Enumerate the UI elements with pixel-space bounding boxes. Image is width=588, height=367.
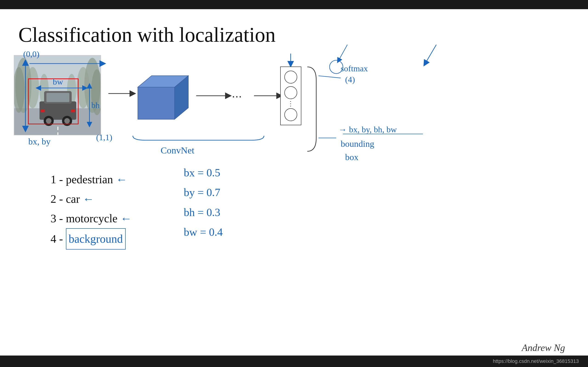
output-node-dots: ⋮ <box>287 100 294 107</box>
convnet-cube <box>129 69 193 129</box>
class-item-2: 2 - car ← <box>51 189 132 209</box>
url-text: https://blog.csdn.net/weixin_36815313 <box>493 358 579 364</box>
output-nodes: ⋮ <box>280 67 301 125</box>
svg-text:softmax: softmax <box>341 64 368 73</box>
bottom-bar: https://blog.csdn.net/weixin_36815313 <box>0 356 588 367</box>
output-node-2 <box>284 86 297 99</box>
svg-text:ConvNet: ConvNet <box>161 145 194 156</box>
svg-point-17 <box>46 118 52 124</box>
eq-bw: bw = 0.4 <box>184 222 223 242</box>
svg-line-43 <box>338 45 347 61</box>
svg-rect-13 <box>46 93 69 102</box>
svg-line-49 <box>425 45 436 64</box>
class-background-label: background <box>66 228 126 250</box>
eq-bx: bx = 0.5 <box>184 163 223 183</box>
eq-bh: bh = 0.3 <box>184 202 223 222</box>
equations-block: bx = 0.5 by = 0.7 bh = 0.3 bw = 0.4 <box>184 163 223 242</box>
svg-rect-15 <box>71 109 75 112</box>
class-arrow-2: ← <box>83 192 94 205</box>
class-item-3: 3 - motorcycle ← <box>51 209 132 228</box>
svg-line-39 <box>318 76 341 78</box>
eq-by: by = 0.7 <box>184 183 223 202</box>
slide-title: Classification with localization <box>18 23 570 47</box>
class-item-1: 1 - pedestrian ← <box>51 170 132 189</box>
top-bar <box>0 0 588 9</box>
svg-text:bounding: bounding <box>341 139 374 149</box>
svg-rect-14 <box>41 109 45 112</box>
svg-rect-11 <box>40 101 76 120</box>
svg-text:(4): (4) <box>345 75 355 84</box>
svg-text:→ bx, by, bh, bw: → bx, by, bh, bw <box>338 125 397 134</box>
car-image <box>14 55 101 135</box>
output-node-3 <box>284 108 297 121</box>
svg-marker-50 <box>138 87 174 119</box>
class-arrow-1: ← <box>116 173 128 186</box>
svg-point-42 <box>330 60 343 74</box>
svg-text:···: ··· <box>232 89 242 103</box>
class-arrow-3: ← <box>120 212 132 225</box>
slide-content: Classification with localization <box>0 9 588 356</box>
author-name: Andrew Ng <box>522 342 565 353</box>
output-node-1 <box>284 71 297 83</box>
svg-point-19 <box>64 118 70 124</box>
class-item-4: 4 - background <box>51 228 132 250</box>
svg-text:box: box <box>345 152 359 162</box>
class-list: 1 - pedestrian ← 2 - car ← 3 - motorcycl… <box>51 170 132 250</box>
svg-text:bx, by: bx, by <box>28 137 51 146</box>
